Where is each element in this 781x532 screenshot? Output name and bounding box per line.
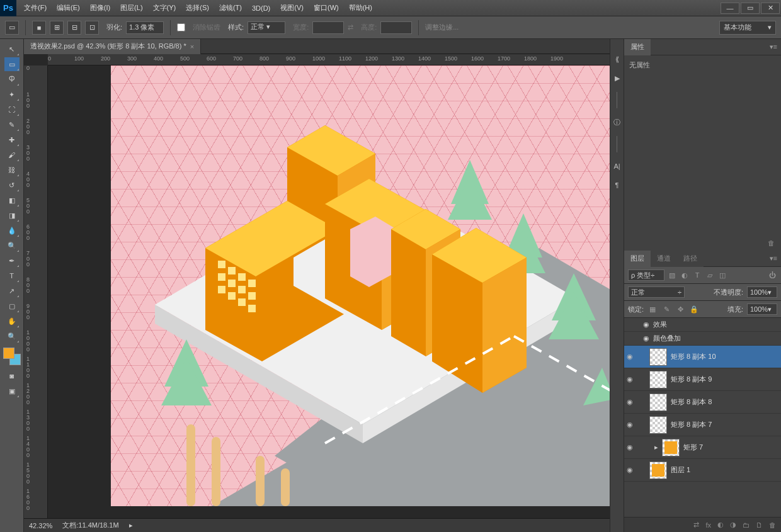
path-tool[interactable]: ↗ xyxy=(4,284,20,298)
selection-new-icon[interactable]: ■ xyxy=(32,21,46,35)
shape-tool[interactable]: ▢ xyxy=(4,299,20,313)
antialias-checkbox[interactable] xyxy=(177,23,185,31)
menu-window[interactable]: 窗口(W) xyxy=(309,0,344,16)
zoom-tool[interactable]: 🔍 xyxy=(4,329,20,343)
layers-tab[interactable]: 图层 xyxy=(624,251,651,267)
dock-play-icon[interactable]: ▶ xyxy=(612,73,622,83)
document-tab[interactable]: 透视效果2.psd @ 42.3% (矩形 8 副本 10, RGB/8) * … xyxy=(24,39,201,54)
menu-view[interactable]: 视图(V) xyxy=(275,0,309,16)
layer-row[interactable]: ◉矩形 8 副本 10 xyxy=(624,346,781,368)
adjustment-icon[interactable]: ◑ xyxy=(730,521,736,529)
fill-input[interactable]: 100% ▾ xyxy=(747,303,777,315)
new-layer-icon[interactable]: 🗋 xyxy=(756,521,763,529)
menu-file[interactable]: 文件(F) xyxy=(19,0,52,16)
lock-pixels-icon[interactable]: ▦ xyxy=(647,304,658,314)
filter-type-icon[interactable]: T xyxy=(692,270,702,280)
visibility-icon[interactable]: ◉ xyxy=(627,421,636,429)
menu-edit[interactable]: 编辑(E) xyxy=(52,0,85,16)
layer-thumbnail[interactable] xyxy=(649,393,667,411)
canvas[interactable] xyxy=(111,65,610,506)
panel-menu-icon[interactable]: ▾≡ xyxy=(766,43,781,51)
type-tool[interactable]: T xyxy=(4,269,20,283)
chevron-right-icon[interactable]: ▸ xyxy=(654,443,658,451)
layer-thumbnail[interactable] xyxy=(649,416,667,434)
fx-eye-icon[interactable]: ◉ xyxy=(643,334,649,342)
filter-pixel-icon[interactable]: ▧ xyxy=(667,270,677,280)
blend-mode-select[interactable]: 正常 ÷ xyxy=(628,286,685,298)
filter-adjust-icon[interactable]: ◐ xyxy=(680,270,690,280)
zoom-value[interactable]: 42.32% xyxy=(29,522,52,529)
menu-select[interactable]: 选择(S) xyxy=(181,0,214,16)
foreground-color-swatch[interactable] xyxy=(3,348,14,359)
layer-thumbnail[interactable] xyxy=(649,461,667,479)
mask-icon[interactable]: ◐ xyxy=(717,521,724,529)
menu-type[interactable]: 文字(Y) xyxy=(148,0,181,16)
feather-input[interactable] xyxy=(126,21,164,34)
link-icon[interactable]: ⇄ xyxy=(693,521,699,529)
tool-preset-icon[interactable]: ▭ xyxy=(5,21,19,35)
wand-tool[interactable]: ✦ xyxy=(4,88,20,101)
group-icon[interactable]: 🗀 xyxy=(743,521,750,529)
ruler-vertical[interactable]: 0100200300400500600700800900100011001200… xyxy=(24,65,48,518)
visibility-icon[interactable]: ◉ xyxy=(627,398,636,407)
lock-position-icon[interactable]: ✥ xyxy=(675,304,685,314)
eraser-tool[interactable]: ◧ xyxy=(4,193,20,207)
move-tool[interactable]: ↖ xyxy=(4,42,20,56)
menu-image[interactable]: 图像(I) xyxy=(85,0,115,16)
lasso-tool[interactable]: Ⴔ xyxy=(4,72,20,86)
panel-menu-icon[interactable]: ▾≡ xyxy=(766,254,781,263)
menu-filter[interactable]: 滤镜(T) xyxy=(214,0,247,16)
screenmode-tool[interactable]: ▣ xyxy=(4,384,20,398)
layer-thumbnail[interactable] xyxy=(662,439,680,456)
visibility-icon[interactable]: ◉ xyxy=(627,353,636,361)
quickmask-tool[interactable]: ◙ xyxy=(4,369,20,383)
visibility-icon[interactable]: ◉ xyxy=(627,375,636,384)
crop-tool[interactable]: ⛶ xyxy=(4,103,20,116)
maximize-button[interactable]: ▭ xyxy=(741,3,760,14)
dock-info-icon[interactable]: ⓘ xyxy=(612,117,622,127)
hand-tool[interactable]: ✋ xyxy=(4,314,20,328)
layer-thumbnail[interactable] xyxy=(649,348,667,366)
history-brush-tool[interactable]: ↺ xyxy=(4,178,20,192)
adjust-edge-button[interactable]: 调整边缘... xyxy=(425,23,459,32)
marquee-tool[interactable]: ▭ xyxy=(4,57,20,71)
pen-tool[interactable]: ✒ xyxy=(4,254,20,268)
fx-collapse-icon[interactable]: ◉ xyxy=(643,320,649,329)
blur-tool[interactable]: 💧 xyxy=(4,224,20,237)
filter-smart-icon[interactable]: ◫ xyxy=(717,270,727,280)
color-swatches[interactable] xyxy=(3,348,21,365)
minimize-button[interactable]: — xyxy=(721,3,739,14)
fx-icon[interactable]: fx xyxy=(705,521,711,529)
layer-thumbnail[interactable] xyxy=(649,371,667,388)
selection-add-icon[interactable]: ⊞ xyxy=(50,21,64,35)
selection-intersect-icon[interactable]: ⊡ xyxy=(85,21,99,35)
paths-tab[interactable]: 路径 xyxy=(677,251,704,267)
properties-tab[interactable]: 属性 xyxy=(624,39,651,55)
tab-close-icon[interactable]: × xyxy=(190,43,194,50)
style-select[interactable]: 正常 ▾ xyxy=(248,21,285,34)
layer-row[interactable]: ◉矩形 8 副本 9 xyxy=(624,368,781,391)
lock-paint-icon[interactable]: ✎ xyxy=(661,304,671,314)
layer-row[interactable]: ◉图层 1 xyxy=(624,459,781,482)
close-button[interactable]: ✕ xyxy=(761,3,780,14)
eyedropper-tool[interactable]: ✎ xyxy=(4,118,20,132)
lock-all-icon[interactable]: 🔒 xyxy=(689,304,699,314)
menu-help[interactable]: 帮助(H) xyxy=(344,0,377,16)
layer-row[interactable]: ◉矩形 8 副本 8 xyxy=(624,391,781,414)
filter-toggle-icon[interactable]: ⏻ xyxy=(767,270,777,280)
opacity-input[interactable]: 100% ▾ xyxy=(747,286,777,298)
dodge-tool[interactable]: 🔍 xyxy=(4,239,20,252)
dock-character-icon[interactable]: A| xyxy=(612,161,622,171)
filter-shape-icon[interactable]: ▱ xyxy=(705,270,715,280)
selection-sub-icon[interactable]: ⊟ xyxy=(67,21,81,35)
ruler-horizontal[interactable]: 0100200300400500600700800900100011001200… xyxy=(48,54,610,65)
layer-row[interactable]: ◉矩形 8 副本 7 xyxy=(624,414,781,436)
fx-color-overlay-row[interactable]: ◉ 颜色叠加 xyxy=(624,332,781,346)
visibility-icon[interactable]: ◉ xyxy=(627,466,636,475)
menu-3d[interactable]: 3D(D) xyxy=(247,0,275,16)
swap-icon[interactable]: ⇄ xyxy=(348,23,353,31)
layer-list[interactable]: ◉ 效果 ◉ 颜色叠加 ◉矩形 8 副本 10◉矩形 8 副本 9◉矩形 8 副… xyxy=(624,318,781,517)
gradient-tool[interactable]: ◨ xyxy=(4,208,20,222)
healing-tool[interactable]: ✚ xyxy=(4,133,20,147)
layer-row[interactable]: ◉▸矩形 7 xyxy=(624,436,781,459)
